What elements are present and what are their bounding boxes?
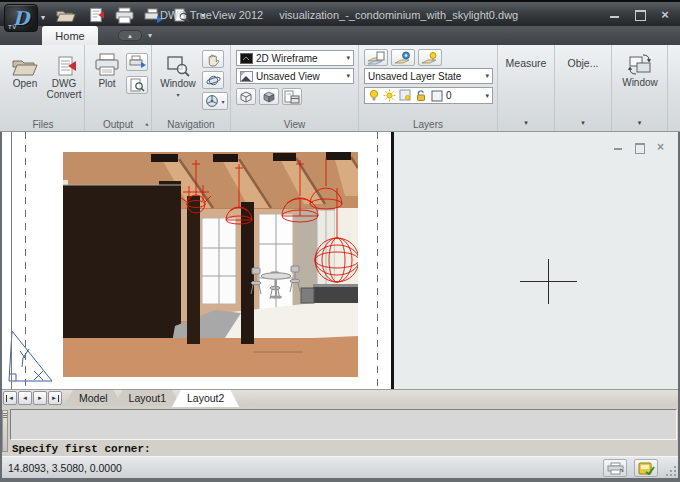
current-layer-name: 0: [446, 90, 482, 101]
window-panel-dropdown-icon[interactable]: ▾: [612, 119, 667, 127]
tab-model[interactable]: Model: [64, 390, 123, 407]
measure-panel-dropdown-icon[interactable]: ▾: [498, 119, 554, 127]
view-panel-label: View: [231, 119, 358, 130]
layer-properties-icon: [367, 51, 385, 65]
dwg-convert-button[interactable]: DWG Convert: [45, 49, 83, 100]
coordinates-readout[interactable]: 14.8093, 3.5080, 0.0000: [8, 462, 122, 474]
resize-grip[interactable]: [665, 465, 677, 477]
visual-style-value: 2D Wireframe: [256, 53, 343, 64]
object-panel-label: Obje...: [555, 57, 611, 69]
layer-state-dropdown[interactable]: Unsaved Layer State ▾: [364, 68, 493, 84]
panel-object[interactable]: Obje... ▾: [555, 45, 612, 131]
layer-dropdown-icon[interactable]: ▾: [485, 92, 489, 100]
app-menu-dropdown-icon[interactable]: ▾: [41, 13, 45, 22]
minimize-button[interactable]: [608, 9, 622, 20]
layer-properties-button[interactable]: [364, 49, 388, 66]
named-view-thumb-icon: [240, 71, 253, 82]
pan-hand-icon: [206, 52, 221, 67]
files-panel-label: Files: [2, 119, 84, 130]
steering-wheel-dropdown-icon[interactable]: ▾: [221, 98, 224, 105]
doc-close-button[interactable]: ×: [654, 142, 667, 153]
app-menu-button[interactable]: D TV: [4, 4, 38, 32]
open-button[interactable]: Open: [6, 49, 44, 89]
previous-tab-button[interactable]: ◄: [18, 391, 32, 405]
previous-tab-icon: ◄: [22, 395, 28, 401]
next-tab-icon: ►: [37, 395, 43, 401]
panel-view: 2D Wireframe ▾ Unsaved View ▾ View: [231, 45, 359, 131]
visual-style-dropdown-icon[interactable]: ▾: [346, 54, 350, 62]
batch-plot-icon: [129, 55, 146, 69]
doc-restore-button[interactable]: [633, 142, 646, 153]
orbit-button[interactable]: [202, 71, 224, 89]
plot-quick-button[interactable]: [114, 7, 134, 24]
previous-view-button[interactable]: [236, 88, 256, 105]
app-title: DWG TrueView 2012: [160, 9, 263, 21]
layer-state-value: Unsaved Layer State: [368, 71, 482, 82]
panel-measure[interactable]: Measure ▾: [498, 45, 555, 131]
view-manager-button[interactable]: [282, 88, 302, 105]
layers-panel-label: Layers: [359, 119, 497, 130]
plot-button[interactable]: Plot: [89, 49, 125, 89]
status-bar: 14.8093, 3.5080, 0.0000: [0, 456, 680, 482]
shaded-view-button[interactable]: [259, 88, 279, 105]
plot-status-button[interactable]: [603, 459, 627, 477]
named-view-dropdown[interactable]: Unsaved View ▾: [236, 68, 354, 84]
render-viewport-image: [63, 152, 358, 377]
switch-windows-button[interactable]: Window: [621, 50, 659, 88]
steering-wheel-button[interactable]: ▾: [202, 92, 228, 110]
ribbon-minimize-button[interactable]: ▲: [118, 30, 142, 41]
preview-icon: [130, 78, 145, 92]
layer-settings-button[interactable]: [391, 49, 415, 66]
command-prompt[interactable]: Specify first corner:: [12, 443, 151, 455]
plot-margin-right: [377, 132, 378, 389]
dwg-convert-label: DWG Convert: [45, 78, 83, 100]
command-history: Specify corner of window, enter a scale …: [10, 409, 677, 440]
navigation-panel-label: Navigation: [152, 119, 230, 130]
zoom-window-button[interactable]: Window ▾: [158, 49, 198, 101]
trusted-dwg-button[interactable]: [634, 459, 658, 477]
visual-style-dropdown[interactable]: 2D Wireframe ▾: [236, 50, 354, 66]
open-folder-icon: [12, 49, 38, 77]
crosshair-cursor-vertical: [548, 259, 549, 304]
command-window-grip[interactable]: [2, 410, 8, 452]
layer-viewport-freeze-icon: [399, 89, 412, 102]
object-panel-dropdown-icon[interactable]: ▾: [555, 119, 611, 127]
first-tab-button[interactable]: ◄: [3, 391, 17, 405]
drawing-area[interactable]: ×: [0, 132, 680, 389]
restore-button[interactable]: [633, 9, 647, 20]
layer-color-swatch-icon: [431, 90, 443, 102]
panel-navigation: Window ▾ ▾ Navigation: [152, 45, 231, 131]
last-tab-button[interactable]: ►: [48, 391, 62, 405]
open-quick-button[interactable]: [56, 7, 76, 24]
next-tab-button[interactable]: ►: [33, 391, 47, 405]
dwg-convert-quick-button[interactable]: [85, 7, 105, 24]
tab-home[interactable]: Home: [42, 26, 98, 45]
named-view-dropdown-icon[interactable]: ▾: [346, 72, 350, 80]
plot-status-icon: [607, 462, 624, 475]
panel-window: Window ▾: [612, 45, 668, 131]
tab-layout2[interactable]: Layout2: [172, 390, 239, 407]
visual-style-thumb-icon: [240, 53, 253, 64]
offpaper-background[interactable]: [394, 132, 680, 389]
plot-printer-icon: [94, 49, 120, 77]
close-button[interactable]: ×: [658, 9, 672, 20]
pan-button[interactable]: [202, 50, 224, 68]
ribbon-options-dropdown-icon[interactable]: ▾: [148, 31, 152, 40]
layer-isolate-button[interactable]: [418, 49, 442, 66]
tab-layout1[interactable]: Layout1: [114, 390, 181, 407]
layer-bulb-icon: [421, 51, 439, 65]
batch-plot-button[interactable]: [126, 53, 148, 71]
zoom-window-dropdown-icon[interactable]: ▾: [176, 90, 179, 101]
doc-minimize-button[interactable]: [612, 142, 625, 153]
zoom-window-label: Window: [160, 78, 196, 89]
layout-tabs: Model Layout1 Layout2: [64, 390, 230, 407]
layer-thaw-sun-icon: [383, 89, 396, 102]
first-tab-icon: ◄: [8, 395, 14, 401]
command-window: Specify corner of window, enter a scale …: [0, 406, 680, 456]
preview-button[interactable]: [126, 76, 148, 94]
title-text-group: DWG TrueView 2012 visualization_-_condom…: [160, 9, 518, 21]
layer-state-dropdown-icon[interactable]: ▾: [485, 72, 489, 80]
switch-windows-icon: [626, 50, 654, 76]
ribbon-minimize-icon: ▲: [127, 33, 133, 39]
layer-dropdown[interactable]: 0 ▾: [364, 87, 493, 104]
